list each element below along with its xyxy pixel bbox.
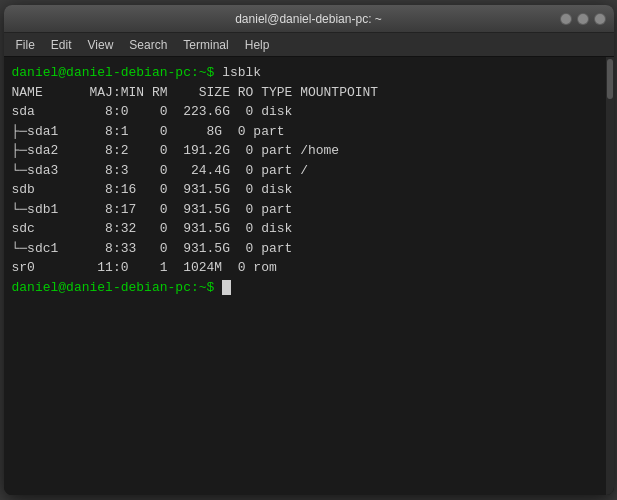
close-button[interactable] [560, 13, 572, 25]
terminal-area[interactable]: daniel@daniel-debian-pc:~$ lsblk NAME MA… [4, 57, 614, 495]
scrollbar-thumb[interactable] [607, 59, 613, 99]
menu-file[interactable]: File [8, 36, 43, 54]
lsblk-row-sda: sda 8:0 0 223.6G 0 disk [12, 104, 293, 119]
menu-edit[interactable]: Edit [43, 36, 80, 54]
lsblk-row-sda2: ├─sda2 8:2 0 191.2G 0 part /home [12, 143, 340, 158]
menubar: File Edit View Search Terminal Help [4, 33, 614, 57]
maximize-button[interactable] [594, 13, 606, 25]
scrollbar[interactable] [606, 57, 614, 495]
lsblk-row-sdb1: └─sdb1 8:17 0 931.5G 0 part [12, 202, 293, 217]
cursor [222, 280, 231, 295]
lsblk-header: NAME MAJ:MIN RM SIZE RO TYPE MOUNTPOINT [12, 85, 379, 100]
lsblk-row-sdc: sdc 8:32 0 931.5G 0 disk [12, 221, 293, 236]
minimize-button[interactable] [577, 13, 589, 25]
prompt-1: daniel@daniel-debian-pc:~$ [12, 65, 223, 80]
menu-terminal[interactable]: Terminal [175, 36, 236, 54]
terminal-output: daniel@daniel-debian-pc:~$ lsblk NAME MA… [12, 63, 606, 297]
menu-view[interactable]: View [80, 36, 122, 54]
lsblk-row-sr0: sr0 11:0 1 1024M 0 rom [12, 260, 277, 275]
command-lsblk: lsblk [222, 65, 261, 80]
titlebar: daniel@daniel-debian-pc: ~ [4, 5, 614, 33]
terminal-window: daniel@daniel-debian-pc: ~ File Edit Vie… [4, 5, 614, 495]
menu-search[interactable]: Search [121, 36, 175, 54]
lsblk-row-sda1: ├─sda1 8:1 0 8G 0 part [12, 124, 285, 139]
window-controls [560, 13, 606, 25]
lsblk-row-sdc1: └─sdc1 8:33 0 931.5G 0 part [12, 241, 293, 256]
window-title: daniel@daniel-debian-pc: ~ [235, 12, 382, 26]
lsblk-row-sdb: sdb 8:16 0 931.5G 0 disk [12, 182, 293, 197]
lsblk-row-sda3: └─sda3 8:3 0 24.4G 0 part / [12, 163, 308, 178]
prompt-2: daniel@daniel-debian-pc:~$ [12, 280, 223, 295]
menu-help[interactable]: Help [237, 36, 278, 54]
